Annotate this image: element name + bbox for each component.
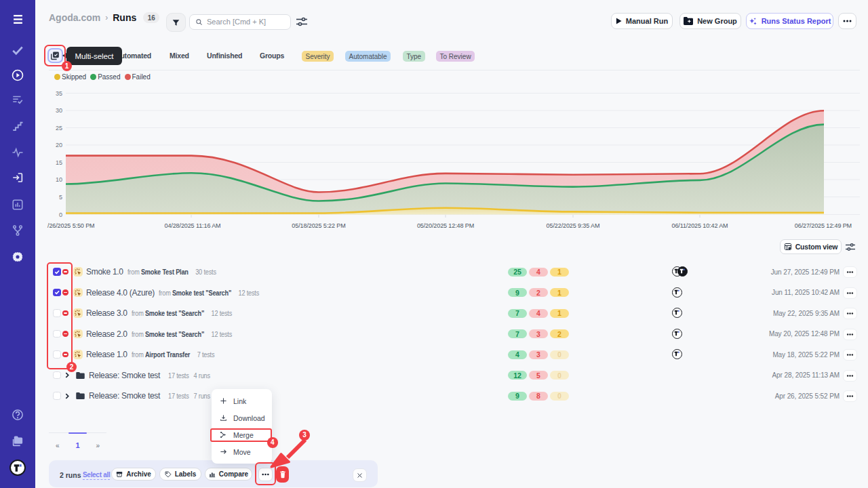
- svg-text:06/11/2025 10:42 AM: 06/11/2025 10:42 AM: [671, 222, 728, 229]
- svg-text:15: 15: [56, 159, 62, 166]
- svg-text:10: 10: [56, 176, 62, 183]
- svg-text:05/18/2025 5:22 PM: 05/18/2025 5:22 PM: [292, 222, 345, 229]
- svg-text:05/20/2025 12:48 PM: 05/20/2025 12:48 PM: [417, 222, 474, 229]
- svg-text:05/22/2025 9:35 AM: 05/22/2025 9:35 AM: [547, 222, 600, 229]
- svg-text:06/27/2025 12:49 PM: 06/27/2025 12:49 PM: [795, 222, 852, 229]
- svg-text:0: 0: [59, 211, 62, 218]
- svg-text:04/28/2025 11:16 AM: 04/28/2025 11:16 AM: [164, 222, 220, 229]
- svg-text:35: 35: [56, 90, 62, 97]
- svg-text:25: 25: [56, 125, 62, 131]
- svg-text:30: 30: [56, 107, 62, 114]
- svg-text:/26/2025 5:50 PM: /26/2025 5:50 PM: [47, 222, 94, 229]
- svg-text:20: 20: [56, 142, 62, 148]
- svg-text:5: 5: [59, 194, 62, 201]
